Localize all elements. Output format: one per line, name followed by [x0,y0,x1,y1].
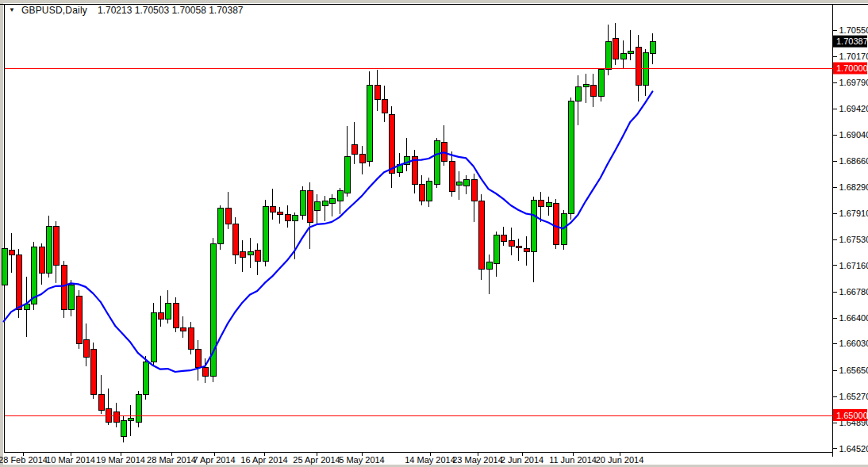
svg-text:1.70387: 1.70387 [836,36,868,46]
y-axis-label: 1.69420 [839,104,868,113]
plot-area[interactable] [5,5,833,453]
x-axis-label: 11 Jun 2014 [549,455,597,465]
candle [599,68,605,101]
candle [367,71,373,167]
mt4-chart-window: 1.705501.701701.697901.694201.690401.686… [0,0,868,467]
candle [136,391,142,427]
x-axis-label: 20 Jun 2014 [596,455,644,465]
hline-price-badge: 1.65000 [833,409,868,421]
candle [554,199,559,249]
x-axis-label: 7 Apr 2014 [193,455,235,465]
symbol-timeframe-label: GBPUSD,Daily [21,5,87,16]
candle [435,138,440,188]
x-axis-label: 28 Feb 2014 [0,455,48,465]
y-axis-label: 1.67530 [839,235,868,244]
window-edge-top [0,0,868,3]
y-axis-label: 1.66400 [839,313,868,323]
y-axis-label: 1.68660 [839,156,868,166]
y-axis-label: 1.65650 [839,366,868,375]
candle [152,303,157,367]
x-axis-label: 14 May 2014 [405,455,455,465]
x-axis-label: 16 Apr 2014 [240,455,287,465]
svg-text:1.65000: 1.65000 [836,411,868,420]
candle [211,238,217,381]
x-axis-label: 19 Mar 2014 [96,455,145,465]
candle [77,290,83,349]
x-axis-label: 5 May 2014 [339,455,384,465]
candle [479,194,485,280]
svg-text:1.70000: 1.70000 [836,63,868,73]
x-axis-label: 2 Jun 2014 [501,455,543,465]
collapse-triangle-icon[interactable]: ▼ [9,7,15,13]
x-axis-label: 23 May 2014 [452,455,503,465]
y-axis-label: 1.68290 [839,182,868,192]
window-edge-left [0,0,3,467]
y-axis-label: 1.67910 [839,209,868,218]
candle [569,98,574,220]
candle [62,261,67,318]
chart-title: ▼ GBPUSD,Daily 1.70213 1.70503 1.70058 1… [9,4,244,17]
price-chart[interactable]: 1.705501.701701.697901.694201.690401.686… [0,0,868,467]
x-axis-label: 10 Mar 2014 [46,455,95,465]
y-axis-label: 1.69040 [839,130,868,140]
y-axis-label: 1.70550 [839,25,868,35]
chart-canvas[interactable]: 1.705501.701701.697901.694201.690401.686… [0,0,868,467]
candle [91,343,97,399]
y-axis-label: 1.66780 [839,287,868,297]
x-axis-label: 28 Mar 2014 [147,455,196,465]
y-axis-label: 1.70170 [839,52,868,61]
last-price-badge: 1.70387 [833,36,868,48]
y-axis-label: 1.67160 [839,261,868,270]
hline-price-badge: 1.70000 [833,63,868,75]
candle [301,186,306,220]
candle [218,205,224,250]
y-axis-label: 1.66030 [839,339,868,348]
y-axis-label: 1.64520 [839,444,868,454]
candle [562,210,567,250]
candle [263,200,269,266]
y-axis-label: 1.69790 [839,78,868,87]
ohlc-values-label: 1.70213 1.70503 1.70058 1.70387 [98,5,244,16]
y-axis-label: 1.65270 [839,392,868,401]
candle [144,356,149,400]
x-axis-label: 25 Apr 2014 [293,455,340,465]
